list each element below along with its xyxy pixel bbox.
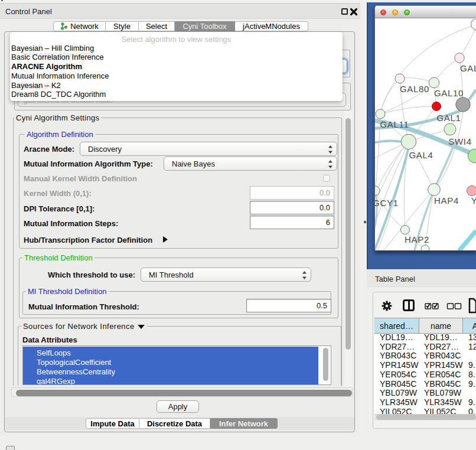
svg-text:GAL4: GAL4 — [409, 150, 433, 160]
svg-text:Y: Y — [471, 195, 476, 206]
svg-text:GAL80: GAL80 — [400, 84, 429, 94]
svg-text:SWI4: SWI4 — [448, 136, 471, 146]
svg-text:GAL11: GAL11 — [380, 119, 409, 129]
svg-text:HAP2: HAP2 — [405, 234, 429, 244]
svg-text:GCY1: GCY1 — [375, 198, 399, 208]
svg-text:GAL10: GAL10 — [434, 88, 464, 98]
svg-text:GAL7: GAL7 — [460, 63, 476, 73]
svg-text:HAP4: HAP4 — [434, 195, 459, 206]
svg-text:GAL1: GAL1 — [436, 113, 461, 123]
